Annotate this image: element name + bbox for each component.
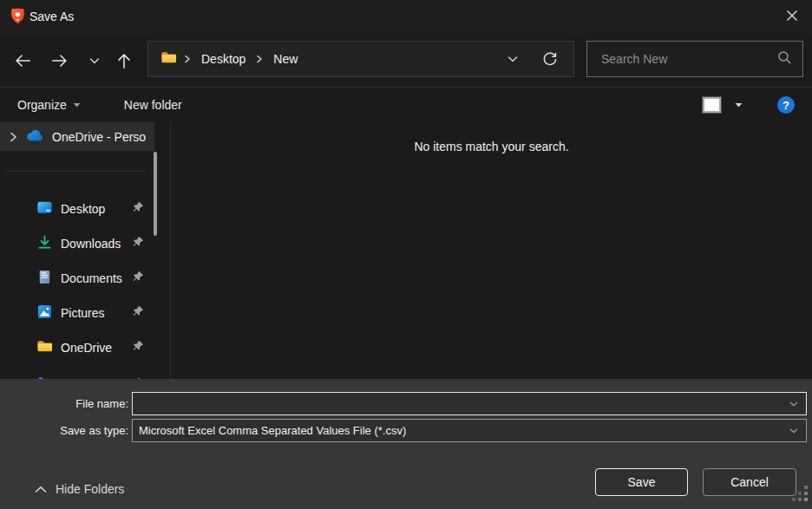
new-folder-button[interactable]: New folder xyxy=(124,98,182,112)
sidebar-item-onedrive-folder[interactable]: OneDrive xyxy=(0,330,170,365)
chevron-up-icon xyxy=(35,482,47,496)
window-title: Save As xyxy=(29,0,74,33)
search-icon xyxy=(777,50,792,69)
search-box xyxy=(586,41,803,77)
up-button[interactable] xyxy=(113,49,135,72)
sidebar-item-documents[interactable]: Documents xyxy=(0,261,170,296)
chevron-down-icon xyxy=(789,426,806,436)
refresh-button[interactable] xyxy=(541,51,558,68)
downloads-icon xyxy=(36,234,53,254)
file-name-combobox[interactable] xyxy=(132,392,807,415)
views-icon xyxy=(703,97,721,113)
save-as-type-select[interactable]: Microsoft Excel Comma Separated Values F… xyxy=(132,419,807,442)
breadcrumb-desktop[interactable]: Desktop xyxy=(198,50,249,68)
navigation-bar: Desktop New xyxy=(0,33,812,87)
file-name-label: File name: xyxy=(0,397,128,410)
help-button[interactable]: ? xyxy=(777,96,795,114)
up-arrow-icon xyxy=(115,51,134,70)
save-as-type-label: Save as type: xyxy=(0,424,128,437)
onedrive-cloud-icon xyxy=(26,129,44,145)
dialog-body: OneDrive - Perso Desktop xyxy=(0,122,812,379)
forward-arrow-icon xyxy=(50,51,69,70)
sidebar-item-onedrive-personal[interactable]: OneDrive - Perso xyxy=(0,122,154,151)
sidebar-item-label: Documents xyxy=(61,271,122,285)
search-input[interactable] xyxy=(599,51,777,67)
dropdown-arrow-icon xyxy=(73,102,81,108)
empty-state-message: No items match your search. xyxy=(171,140,812,153)
titlebar: Save As xyxy=(0,0,812,33)
organize-button[interactable]: Organize xyxy=(17,98,81,112)
organize-label: Organize xyxy=(17,98,67,112)
sidebar-item-label: Desktop xyxy=(61,202,105,216)
hide-folders-label: Hide Folders xyxy=(56,482,124,496)
folder-icon xyxy=(160,50,177,68)
save-button[interactable]: Save xyxy=(595,468,688,496)
file-list-area[interactable]: No items match your search. xyxy=(171,122,812,379)
documents-icon xyxy=(36,269,53,289)
command-toolbar: Organize New folder ? xyxy=(0,87,812,122)
pin-icon xyxy=(132,271,144,286)
pin-icon xyxy=(132,201,144,217)
sidebar-item-label: Downloads xyxy=(61,237,121,251)
refresh-icon xyxy=(541,51,558,68)
pin-icon xyxy=(132,236,144,251)
resize-grip[interactable] xyxy=(791,485,809,506)
new-folder-label: New folder xyxy=(124,98,182,112)
view-mode-dropdown[interactable] xyxy=(735,102,743,108)
recent-locations-button[interactable] xyxy=(83,49,106,72)
file-name-input[interactable] xyxy=(133,397,789,410)
sidebar-item-label: Pictures xyxy=(61,306,105,320)
pin-icon xyxy=(132,305,144,321)
brave-app-icon xyxy=(10,8,25,28)
save-as-type-value: Microsoft Excel Comma Separated Values F… xyxy=(133,424,789,437)
cancel-button[interactable]: Cancel xyxy=(703,468,796,496)
breadcrumb-new[interactable]: New xyxy=(270,50,301,68)
save-as-dialog: Save As xyxy=(0,0,812,509)
navigation-pane: OneDrive - Perso Desktop xyxy=(0,122,170,379)
dropdown-arrow-icon xyxy=(735,102,743,108)
pin-icon xyxy=(132,340,144,356)
forward-button[interactable] xyxy=(49,49,71,72)
sidebar-separator xyxy=(7,171,146,172)
onedrive-folder-icon xyxy=(36,339,53,356)
chevron-down-icon xyxy=(88,55,101,67)
address-bar[interactable]: Desktop New xyxy=(147,41,574,77)
desktop-icon xyxy=(36,199,53,219)
breadcrumb-chevron-icon[interactable] xyxy=(183,55,192,63)
sidebar-item-pictures[interactable]: Pictures xyxy=(0,296,170,330)
sidebar-item-label: OneDrive - Perso xyxy=(52,130,146,144)
chevron-down-icon xyxy=(789,399,806,409)
close-button[interactable] xyxy=(772,0,812,33)
view-mode-button[interactable] xyxy=(703,97,721,113)
expander-chevron-icon[interactable] xyxy=(0,132,26,142)
sidebar-item-desktop[interactable]: Desktop xyxy=(0,192,170,226)
sidebar-item-downloads[interactable]: Downloads xyxy=(0,226,170,261)
close-icon xyxy=(786,10,798,24)
hide-folders-button[interactable]: Hide Folders xyxy=(29,479,129,499)
help-icon: ? xyxy=(783,99,789,112)
pictures-icon xyxy=(36,303,53,323)
sidebar-item-partial[interactable] xyxy=(0,368,170,379)
bottom-panel: File name: Save as type: Microsoft Excel… xyxy=(0,379,812,509)
breadcrumb-chevron-icon[interactable] xyxy=(255,55,264,63)
back-arrow-icon xyxy=(13,51,32,70)
sidebar-item-label: OneDrive xyxy=(61,341,112,355)
back-button[interactable] xyxy=(11,49,34,72)
address-dropdown-button[interactable] xyxy=(507,53,519,65)
chevron-down-icon xyxy=(507,53,519,65)
